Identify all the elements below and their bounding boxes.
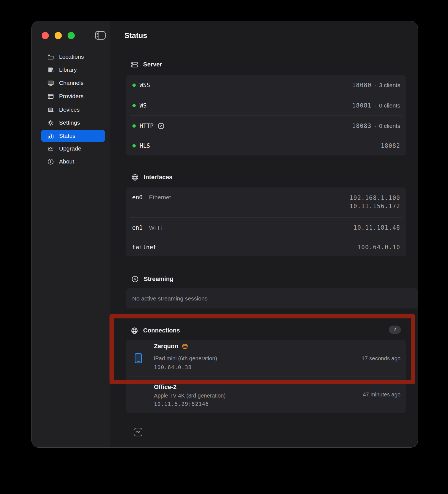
- server-row-http: HTTP 18083 · 0 clients: [126, 116, 406, 136]
- server-clients: 0 clients: [379, 102, 400, 109]
- sidebar-item-status[interactable]: Status: [41, 130, 105, 142]
- minimize-button[interactable]: [55, 32, 62, 39]
- server-port: 18080: [352, 82, 372, 88]
- zoom-button[interactable]: [68, 32, 75, 39]
- sidebar-item-label: Devices: [59, 106, 80, 113]
- sidebar-item-label: Channels: [59, 80, 84, 86]
- device-model: Apple TV 4K (3rd generation): [154, 393, 226, 399]
- bar-chart-icon: [47, 132, 54, 140]
- streaming-empty-message: No active streaming sessions: [132, 295, 207, 302]
- appletv-icon: tv: [134, 428, 142, 436]
- status-dot-online: [132, 84, 136, 87]
- connection-row-office2[interactable]: tv Office-2 Apple TV 4K (3rd generation)…: [126, 377, 406, 413]
- streaming-section-header: Streaming: [131, 275, 174, 283]
- badge-value: 2: [394, 327, 396, 332]
- sidebar: Locations Library Channels Providers Dev…: [32, 21, 110, 447]
- close-button[interactable]: [42, 32, 49, 39]
- appletv-icon-label: tv: [136, 430, 140, 434]
- interface-address: 100.64.0.10: [357, 244, 400, 251]
- interface-name: en0: [132, 194, 143, 201]
- device-last-seen: 47 minutes ago: [363, 391, 401, 398]
- sidebar-item-label: Providers: [59, 93, 84, 100]
- server-section-title: Server: [143, 61, 162, 68]
- sidebar-item-label: Upgrade: [59, 145, 81, 152]
- server-row-label: WS: [140, 102, 146, 109]
- sidebar-item-library[interactable]: Library: [41, 64, 105, 76]
- interface-row-tailnet: tailnet 100.64.0.10: [126, 238, 406, 256]
- device-address: 10.11.5.29:52146: [154, 401, 209, 407]
- folder-icon: [47, 53, 54, 61]
- server-card: WSS 18080 · 3 clients WS 18081 · 0 clien…: [126, 75, 406, 155]
- status-dot-online: [132, 124, 136, 128]
- interface-row-en0: en0 Ethernet 192.168.1.100 10.11.156.172: [126, 187, 406, 217]
- external-link-icon[interactable]: [158, 122, 165, 130]
- connections-section-title: Connections: [143, 327, 180, 334]
- gear-icon: [47, 119, 54, 127]
- page-title: Status: [124, 31, 147, 40]
- status-dot-online: [132, 144, 136, 147]
- server-row-label: HLS: [140, 143, 150, 149]
- sidebar-item-label: Locations: [59, 53, 84, 60]
- device-last-seen: 17 seconds ago: [362, 355, 401, 362]
- interface-address: 10.11.181.48: [353, 224, 400, 231]
- sidebar-item-locations[interactable]: Locations: [41, 51, 105, 63]
- laptop-icon: [47, 106, 54, 114]
- streaming-section-title: Streaming: [144, 275, 174, 283]
- server-section-header: Server: [130, 61, 162, 68]
- value-separator: ·: [374, 123, 376, 129]
- interface-name: tailnet: [132, 244, 157, 251]
- status-dot-online: [132, 104, 136, 107]
- globe-icon: [131, 173, 139, 181]
- interfaces-card: en0 Ethernet 192.168.1.100 10.11.156.172…: [126, 187, 406, 256]
- server-row-label: HTTP: [140, 123, 154, 129]
- value-separator: ·: [374, 82, 376, 88]
- server-row-hls: HLS 18082: [126, 136, 406, 155]
- ipad-icon: [135, 353, 142, 363]
- server-row-label: WSS: [140, 82, 150, 88]
- app-window: Locations Library Channels Providers Dev…: [31, 21, 418, 448]
- crown-icon: [47, 145, 54, 152]
- sidebar-item-label: Settings: [59, 119, 80, 126]
- value-separator: ·: [374, 102, 376, 109]
- connections-count-badge: 2: [389, 326, 401, 334]
- device-name: Office-2: [154, 383, 177, 391]
- display-icon: [47, 79, 54, 87]
- connection-row-zarquon[interactable]: Zarquon iPad mini (6th generation) 100.6…: [126, 340, 406, 377]
- device-model: iPad mini (6th generation): [154, 355, 217, 362]
- server-clients: 0 clients: [379, 123, 400, 129]
- sidebar-item-devices[interactable]: Devices: [41, 104, 105, 116]
- server-icon: [130, 61, 138, 68]
- server-port: 18081: [352, 102, 372, 109]
- interface-name: en1: [132, 224, 143, 231]
- device-name: Zarquon: [154, 343, 178, 350]
- globe-icon: [130, 327, 138, 334]
- sidebar-item-providers[interactable]: Providers: [41, 90, 105, 102]
- connections-section-header: Connections: [130, 327, 180, 334]
- info-icon: [47, 158, 54, 165]
- sidebar-item-about[interactable]: About: [41, 155, 105, 168]
- orange-globe-emoji: [182, 343, 188, 350]
- books-icon: [47, 66, 54, 74]
- sidebar-item-label: Library: [59, 66, 77, 73]
- sidebar-item-settings[interactable]: Settings: [41, 117, 105, 129]
- interface-row-en1: en1 Wi-Fi 10.11.181.48: [126, 218, 406, 238]
- sidebar-toggle-icon[interactable]: [95, 31, 106, 40]
- server-rack-icon: [47, 93, 54, 100]
- sidebar-item-upgrade[interactable]: Upgrade: [41, 143, 105, 155]
- sidebar-item-channels[interactable]: Channels: [41, 77, 105, 89]
- play-circle-icon: [131, 275, 139, 283]
- interface-address: 192.168.1.100: [350, 195, 400, 201]
- interface-kind: Ethernet: [149, 194, 171, 201]
- server-row-wss: WSS 18080 · 3 clients: [126, 75, 406, 95]
- server-port: 18083: [352, 123, 372, 129]
- server-port: 18082: [381, 143, 400, 149]
- interfaces-section-title: Interfaces: [144, 174, 172, 181]
- sidebar-item-label: Status: [59, 133, 76, 139]
- interfaces-section-header: Interfaces: [131, 173, 172, 181]
- device-address: 100.64.0.38: [154, 364, 192, 370]
- server-clients: 3 clients: [379, 82, 400, 88]
- connections-card: Zarquon iPad mini (6th generation) 100.6…: [126, 340, 406, 413]
- interface-kind: Wi-Fi: [149, 224, 162, 231]
- server-row-ws: WS 18081 · 0 clients: [126, 95, 406, 116]
- sidebar-item-label: About: [59, 158, 74, 165]
